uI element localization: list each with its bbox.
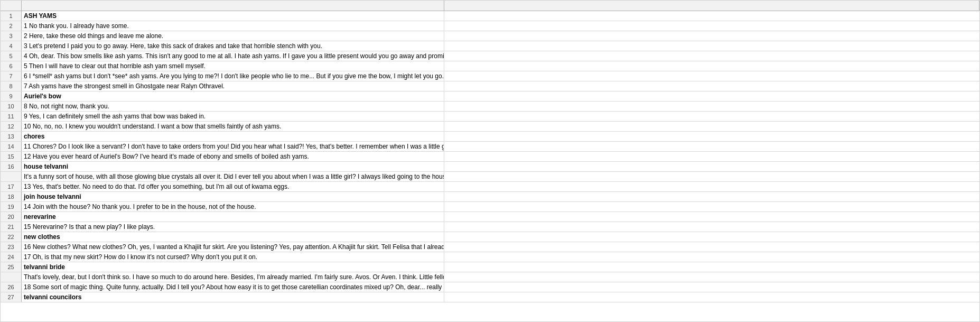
row-number: 22: [1, 232, 22, 242]
cell-a[interactable]: 6 I *smell* ash yams but I don't *see* a…: [22, 71, 444, 81]
cell-b[interactable]: [444, 252, 979, 262]
cell-b[interactable]: [444, 272, 979, 282]
cell-b[interactable]: [444, 81, 979, 91]
cell-a[interactable]: 10 No, no, no. I knew you wouldn't under…: [22, 122, 444, 131]
table-row: 15 12 Have you ever heard of Auriel's Bo…: [1, 152, 979, 162]
cell-a[interactable]: 16 New clothes? What new clothes? Oh, ye…: [22, 242, 444, 252]
table-row: 10 8 No, not right now, thank you.: [1, 102, 979, 112]
cell-a[interactable]: It's a funny sort of house, with all tho…: [22, 172, 444, 181]
cell-a[interactable]: 5 Then I will have to clear out that hor…: [22, 61, 444, 71]
row-number: 20: [1, 212, 22, 222]
cell-b[interactable]: [444, 11, 979, 21]
cell-b[interactable]: [444, 232, 979, 242]
table-row: 12 10 No, no, no. I knew you wouldn't un…: [1, 122, 979, 132]
cell-b[interactable]: [444, 202, 979, 211]
cell-b[interactable]: [444, 91, 979, 101]
cell-a[interactable]: 12 Have you ever heard of Auriel's Bow? …: [22, 152, 444, 161]
table-row: 16house telvanni: [1, 162, 979, 172]
row-number: 4: [1, 41, 22, 51]
row-number: 3: [1, 31, 22, 41]
table-row: 19 14 Join with the house? No thank you.…: [1, 202, 979, 212]
cell-b[interactable]: [444, 71, 979, 81]
table-row: That's lovely, dear, but I don't think s…: [1, 272, 979, 282]
row-number: 13: [1, 132, 22, 141]
row-number: 2: [1, 21, 22, 31]
cell-b[interactable]: [444, 182, 979, 191]
cell-a[interactable]: 1 No thank you. I already have some.: [22, 21, 444, 31]
cell-b[interactable]: [444, 172, 979, 181]
cell-a[interactable]: 14 Join with the house? No thank you. I …: [22, 202, 444, 211]
col-header-b[interactable]: [444, 1, 979, 11]
table-row: 4 3 Let's pretend I paid you to go away.…: [1, 41, 979, 51]
table-row: 13chores: [1, 132, 979, 142]
cell-b[interactable]: [444, 31, 979, 41]
cell-a[interactable]: 17 Oh, is that my new skirt? How do I kn…: [22, 252, 444, 262]
cell-a[interactable]: 2 Here, take these old things and leave …: [22, 31, 444, 41]
row-number: 5: [1, 51, 22, 61]
table-row: 9Auriel's bow: [1, 91, 979, 102]
row-number: 25: [1, 262, 22, 272]
table-row: 27telvanni councilors: [1, 292, 979, 302]
cell-a[interactable]: 7 Ash yams have the strongest smell in G…: [22, 81, 444, 91]
corner-cell: [1, 1, 22, 11]
cell-b[interactable]: [444, 292, 979, 302]
row-number: 15: [1, 152, 22, 161]
cell-a[interactable]: nerevarine: [22, 212, 444, 222]
cell-b[interactable]: [444, 21, 979, 31]
row-number: 14: [1, 142, 22, 151]
spreadsheet: 1ASH YAMS2 1 No thank you. I already hav…: [0, 0, 980, 322]
cell-b[interactable]: [444, 51, 979, 61]
row-number: 27: [1, 292, 22, 302]
cell-b[interactable]: [444, 152, 979, 161]
cell-a[interactable]: 4 Oh, dear. This bow smells like ash yam…: [22, 51, 444, 61]
table-row: 25telvanni bride: [1, 262, 979, 272]
table-row: 3 2 Here, take these old things and leav…: [1, 31, 979, 41]
cell-a[interactable]: That's lovely, dear, but I don't think s…: [22, 272, 444, 282]
cell-a[interactable]: house telvanni: [22, 162, 444, 171]
table-row: 18join house telvanni: [1, 192, 979, 202]
table-row: 23 16 New clothes? What new clothes? Oh,…: [1, 242, 979, 252]
table-row: 17 13 Yes, that's better. No need to do …: [1, 182, 979, 192]
cell-b[interactable]: [444, 212, 979, 222]
cell-b[interactable]: [444, 142, 979, 151]
row-number: 6: [1, 61, 22, 71]
cell-a[interactable]: 11 Chores? Do I look like a servant? I d…: [22, 142, 444, 151]
cell-a[interactable]: telvanni councilors: [22, 292, 444, 302]
cell-a[interactable]: telvanni bride: [22, 262, 444, 272]
row-number: 9: [1, 91, 22, 101]
cell-a[interactable]: ASH YAMS: [22, 11, 444, 21]
row-number: 18: [1, 192, 22, 201]
table-row: 26 18 Some sort of magic thing. Quite fu…: [1, 282, 979, 292]
cell-a[interactable]: new clothes: [22, 232, 444, 242]
cell-b[interactable]: [444, 242, 979, 252]
cell-b[interactable]: [444, 112, 979, 121]
row-number: 16: [1, 162, 22, 171]
cell-b[interactable]: [444, 192, 979, 201]
cell-a[interactable]: join house telvanni: [22, 192, 444, 201]
cell-a[interactable]: chores: [22, 132, 444, 141]
table-row: 24 17 Oh, is that my new skirt? How do I…: [1, 252, 979, 262]
table-row: 8 7 Ash yams have the strongest smell in…: [1, 81, 979, 91]
cell-a[interactable]: 3 Let's pretend I paid you to go away. H…: [22, 41, 444, 51]
table-row: It's a funny sort of house, with all tho…: [1, 172, 979, 182]
table-row: 6 5 Then I will have to clear out that h…: [1, 61, 979, 71]
cell-b[interactable]: [444, 102, 979, 111]
cell-b[interactable]: [444, 61, 979, 71]
cell-a[interactable]: 8 No, not right now, thank you.: [22, 102, 444, 111]
cell-a[interactable]: 15 Nerevarine? Is that a new play? I lik…: [22, 222, 444, 232]
cell-a[interactable]: 13 Yes, that's better. No need to do tha…: [22, 182, 444, 191]
col-header-a[interactable]: [22, 1, 444, 11]
cell-a[interactable]: 9 Yes, I can definitely smell the ash ya…: [22, 112, 444, 121]
cell-b[interactable]: [444, 132, 979, 141]
cell-b[interactable]: [444, 282, 979, 292]
table-row: 14 11 Chores? Do I look like a servant? …: [1, 142, 979, 152]
table-row: 11 9 Yes, I can definitely smell the ash…: [1, 112, 979, 122]
cell-b[interactable]: [444, 162, 979, 171]
cell-a[interactable]: Auriel's bow: [22, 91, 444, 101]
row-number: 24: [1, 252, 22, 262]
cell-b[interactable]: [444, 262, 979, 272]
cell-a[interactable]: 18 Some sort of magic thing. Quite funny…: [22, 282, 444, 292]
cell-b[interactable]: [444, 222, 979, 232]
cell-b[interactable]: [444, 41, 979, 51]
cell-b[interactable]: [444, 122, 979, 131]
